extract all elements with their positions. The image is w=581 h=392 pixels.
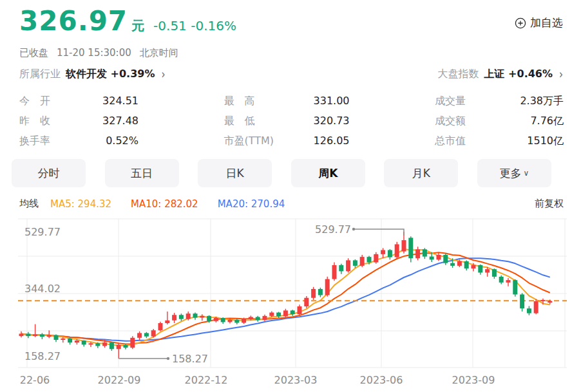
svg-text:2022-09: 2022-09 — [98, 374, 141, 386]
index-label: 大盘指数 — [438, 68, 479, 81]
stat-turnover-rate: 换手率 0.52% — [19, 131, 138, 151]
tab-monthly-k[interactable]: 月K — [384, 159, 458, 187]
quote-stats-grid: 今 开 324.51 昨 收 327.48 换手率 0.52% 最 高 331.… — [19, 91, 564, 151]
price-change: -0.51 -0.16% — [153, 18, 236, 33]
tab-more[interactable]: 更多 ∨ — [477, 159, 551, 187]
stat-amount: 成交额 7.76亿 — [435, 111, 564, 131]
svg-text:344.02: 344.02 — [24, 283, 61, 295]
add-watchlist-label: 加自选 — [530, 15, 563, 30]
chevron-down-icon: ∨ — [524, 169, 529, 178]
stat-open: 今 开 324.51 — [19, 91, 138, 111]
tab-weekly-k[interactable]: 周K — [291, 159, 365, 187]
chart-period-tabs: 分时 五日 日K 周K 月K 更多 ∨ — [12, 159, 551, 187]
stat-market-cap: 总市值 1510亿 — [435, 131, 564, 151]
price-header: 326.97 元 -0.51 -0.16% — [19, 5, 236, 37]
plus-circle-icon — [515, 17, 526, 29]
stat-high: 最 高 331.00 — [224, 91, 350, 111]
svg-text:158.27: 158.27 — [24, 350, 61, 362]
market-status: 已收盘 — [19, 47, 48, 59]
tab-minute[interactable]: 分时 — [12, 159, 86, 187]
ma-title: 均线 — [19, 198, 39, 210]
svg-text:22-06: 22-06 — [20, 374, 50, 386]
stats-column-3: 成交量 2.38万手 成交额 7.76亿 总市值 1510亿 — [435, 91, 564, 151]
stat-pe-ttm: 市盈(TTM) 126.05 — [224, 131, 350, 151]
stats-column-2: 最 高 331.00 最 低 320.73 市盈(TTM) 126.05 — [224, 91, 350, 151]
ma5-legend: MA5: 294.32 — [50, 198, 111, 210]
svg-text:158.27: 158.27 — [172, 353, 208, 365]
price-unit: 元 — [131, 17, 144, 35]
ma10-legend: MA10: 282.02 — [131, 198, 198, 210]
kline-chart-svg: 529.77344.02158.2722-062022-092022-12202… — [0, 216, 581, 392]
svg-text:2023-03: 2023-03 — [274, 374, 318, 386]
stat-low: 最 低 320.73 — [224, 111, 350, 131]
stat-volume: 成交量 2.38万手 — [435, 91, 564, 111]
svg-text:2022-12: 2022-12 — [185, 374, 228, 386]
industry-link[interactable]: 所属行业 软件开发 +0.39% › — [19, 68, 165, 81]
svg-text:2023-09: 2023-09 — [452, 374, 495, 386]
adjust-mode-button[interactable]: 前复权 — [535, 198, 564, 210]
svg-text:2023-06: 2023-06 — [360, 374, 403, 386]
industry-value: 软件开发 +0.39% — [66, 68, 155, 81]
stock-detail-page: 326.97 元 -0.51 -0.16% 加自选 已收盘 11-20 15:3… — [0, 0, 581, 392]
tab-daily-k[interactable]: 日K — [198, 159, 272, 187]
svg-text:529.77: 529.77 — [315, 223, 351, 236]
add-watchlist-button[interactable]: 加自选 — [515, 15, 563, 30]
chevron-right-icon: › — [559, 67, 563, 82]
timezone-label: 北京时间 — [140, 47, 178, 59]
current-price: 326.97 — [19, 5, 128, 37]
industry-label: 所属行业 — [19, 68, 61, 81]
ma-legend-bar: 均线 MA5: 294.32 MA10: 282.02 MA20: 270.94… — [19, 198, 564, 210]
quote-datetime: 11-20 15:30:00 — [57, 47, 131, 59]
index-value: 上证 +0.46% — [484, 68, 553, 81]
tab-five-day[interactable]: 五日 — [105, 159, 179, 187]
svg-text:529.77: 529.77 — [24, 226, 61, 238]
stats-column-1: 今 开 324.51 昨 收 327.48 换手率 0.52% — [19, 91, 138, 151]
market-status-row: 已收盘 11-20 15:30:00 北京时间 — [19, 47, 178, 59]
chevron-right-icon: › — [161, 67, 165, 82]
ma20-legend: MA20: 270.94 — [218, 198, 285, 210]
market-index-link[interactable]: 大盘指数 上证 +0.46% › — [438, 68, 563, 81]
stat-prev-close: 昨 收 327.48 — [19, 111, 138, 131]
kline-chart[interactable]: 529.77344.02158.2722-062022-092022-12202… — [0, 216, 581, 392]
